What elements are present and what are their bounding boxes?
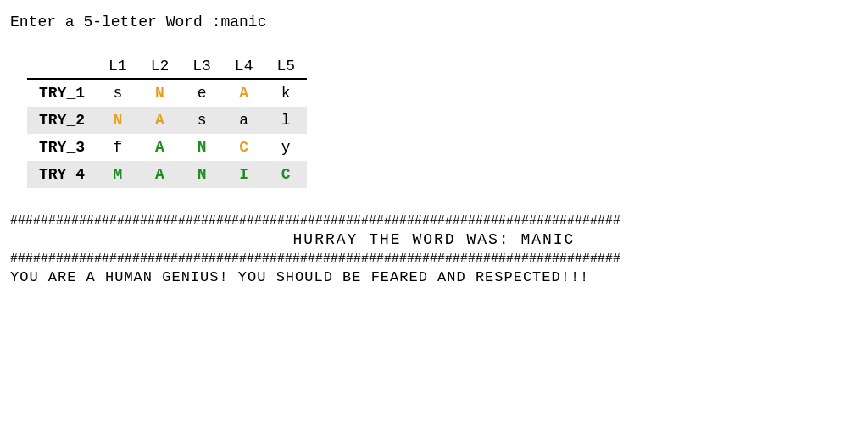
cell-r2-c2: A xyxy=(139,107,181,134)
cell-r1-c3: e xyxy=(181,79,223,107)
try-label: TRY_2 xyxy=(27,107,97,134)
cell-r4-c2: A xyxy=(139,161,181,188)
header-l3: L3 xyxy=(181,54,223,79)
cell-r3-c2: A xyxy=(139,134,181,161)
cell-r3-c5: y xyxy=(264,134,307,161)
cell-r3-c3: N xyxy=(181,134,223,161)
cell-r1-c4: A xyxy=(223,79,265,107)
prompt-line: Enter a 5-letter Word :manic xyxy=(10,14,858,30)
cell-r1-c1: s xyxy=(97,79,139,107)
cell-r1-c5: k xyxy=(264,79,307,107)
hurray-line: HURRAY THE WORD WAS: MANIC xyxy=(10,229,858,250)
hash-line-top: ########################################… xyxy=(10,212,858,229)
cell-r2-c3: s xyxy=(181,107,223,134)
header-l1: L1 xyxy=(97,54,139,79)
table-row: TRY_1sNeAk xyxy=(27,79,307,107)
header-l5: L5 xyxy=(264,54,307,79)
game-table: L1 L2 L3 L4 L5 TRY_1sNeAkTRY_2NAsalTRY_3… xyxy=(27,54,307,188)
try-label: TRY_1 xyxy=(27,79,97,107)
cell-r4-c4: I xyxy=(223,161,265,188)
cell-r4-c1: M xyxy=(97,161,139,188)
table-row: TRY_4MANIC xyxy=(27,161,307,188)
genius-line: YOU ARE A HUMAN GENIUS! YOU SHOULD BE FE… xyxy=(10,269,858,285)
table-row: TRY_3fANCy xyxy=(27,134,307,161)
try-label: TRY_3 xyxy=(27,134,97,161)
header-l4: L4 xyxy=(223,54,265,79)
hash-line-bottom: ########################################… xyxy=(10,250,858,268)
try-label: TRY_4 xyxy=(27,161,97,188)
header-empty xyxy=(27,54,97,79)
cell-r3-c1: f xyxy=(97,134,139,161)
table-row: TRY_2NAsal xyxy=(27,107,307,134)
cell-r1-c2: N xyxy=(139,79,181,107)
cell-r2-c1: N xyxy=(97,107,139,134)
header-l2: L2 xyxy=(139,54,181,79)
cell-r4-c3: N xyxy=(181,161,223,188)
cell-r3-c4: C xyxy=(223,134,265,161)
cell-r4-c5: C xyxy=(264,161,307,188)
cell-r2-c4: a xyxy=(223,107,265,134)
cell-r2-c5: l xyxy=(264,107,307,134)
table-header-row: L1 L2 L3 L4 L5 xyxy=(27,54,307,79)
